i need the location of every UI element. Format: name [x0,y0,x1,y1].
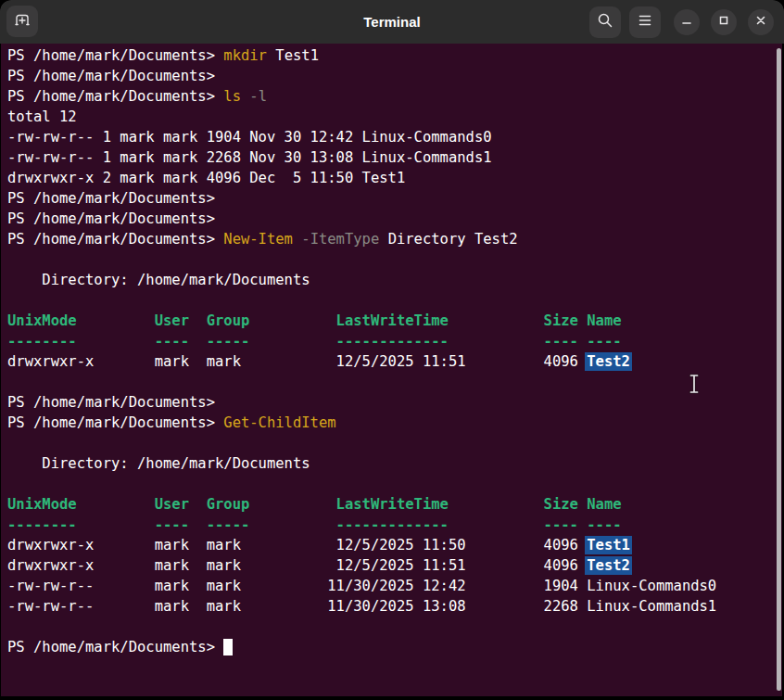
terminal-line: Directory: /home/mark/Documents [7,453,782,474]
terminal-line: Directory: /home/mark/Documents [7,270,782,290]
hamburger-icon [636,11,654,33]
terminal-line: -rw-rw-r-- mark mark 11/30/2025 12:42 19… [7,576,782,596]
terminal-line [7,372,782,392]
terminal-line [7,617,782,637]
terminal-line: -rw-rw-r-- 1 mark mark 1904 Nov 30 12:42… [7,127,782,147]
minimize-icon [680,14,693,31]
terminal-line: PS /home/mark/Documents> mkdir Test1 [7,45,782,66]
terminal-line: -------- ---- ----- ------------- ---- -… [7,515,782,535]
terminal-line: -------- ---- ----- ------------- ---- -… [7,331,782,351]
terminal-output: PS /home/mark/Documents> mkdir Test1PS /… [1,44,782,657]
window-title: Terminal [0,14,784,30]
terminal-line: drwxrwxr-x mark mark 12/5/2025 11:50 409… [7,535,782,555]
terminal-line: UnixMode User Group LastWriteTime Size N… [7,494,782,515]
search-icon [596,11,614,33]
menu-button[interactable] [629,6,661,38]
terminal-line [7,249,782,270]
terminal-line: total 12 [7,107,782,127]
terminal-window: Terminal [0,0,784,700]
new-tab-icon [12,9,32,33]
terminal-line: -rw-rw-r-- mark mark 11/30/2025 13:08 22… [7,596,782,617]
terminal-line: -rw-rw-r-- 1 mark mark 2268 Nov 30 13:08… [7,147,782,168]
terminal-viewport[interactable]: PS /home/mark/Documents> mkdir Test1PS /… [0,44,784,696]
terminal-line: drwxrwxr-x mark mark 12/5/2025 11:51 409… [7,555,782,576]
terminal-line [7,433,782,453]
terminal-line: drwxrwxr-x mark mark 12/5/2025 11:51 409… [7,351,782,372]
terminal-line: PS /home/mark/Documents> New-Item -ItemT… [7,229,782,249]
titlebar[interactable]: Terminal [0,0,784,44]
terminal-line: PS /home/mark/Documents> [7,637,782,657]
terminal-line: PS /home/mark/Documents> [7,209,782,229]
scrollbar-thumb[interactable] [777,48,781,691]
terminal-line: PS /home/mark/Documents> [7,188,782,209]
minimize-button[interactable] [674,9,700,35]
new-tab-button[interactable] [6,6,38,37]
maximize-icon [717,14,730,31]
terminal-line: PS /home/mark/Documents> [7,66,782,86]
terminal-line: PS /home/mark/Documents> [7,392,782,413]
terminal-line [7,474,782,494]
search-button[interactable] [589,6,621,38]
terminal-line: PS /home/mark/Documents> Get-ChildItem [7,413,782,433]
terminal-line: drwxrwxr-x 2 mark mark 4096 Dec 5 11:50 … [7,168,782,188]
maximize-button[interactable] [711,9,737,35]
terminal-line: PS /home/mark/Documents> ls -l [7,86,782,107]
terminal-line [7,290,782,311]
close-button[interactable] [748,9,774,35]
close-icon [754,14,767,31]
terminal-line: UnixMode User Group LastWriteTime Size N… [7,311,782,331]
